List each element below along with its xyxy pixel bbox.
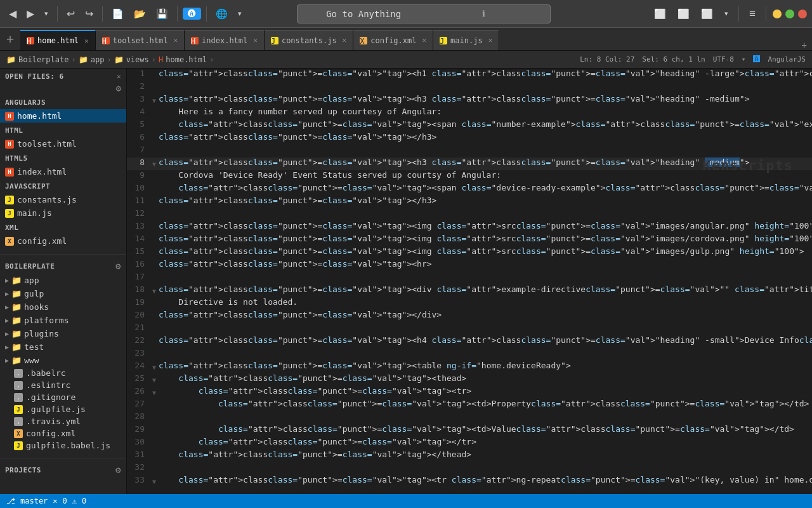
open-folder-button[interactable]: 📂 [130,6,150,22]
tab-toolset-html[interactable]: H toolset.html ✕ [96,30,185,50]
code-line[interactable]: class="attr">classclass="punct">=class="… [156,119,812,132]
code-line[interactable]: Directive is not loaded. [156,297,812,310]
explorer-folder-platforms[interactable]: ▶ 📁 platforms [0,314,126,327]
code-line[interactable]: class="attr">classclass="punct">=class="… [156,234,812,246]
code-line[interactable]: class="attr">classclass="punct">=class="… [156,183,812,196]
explorer-gear-icon[interactable]: ⚙ [115,261,121,271]
code-line[interactable]: class="attr">classclass="punct">=class="… [156,221,812,234]
revert-button[interactable]: ↩ [63,5,79,22]
code-line[interactable]: Here is a fancy number served up courtes… [156,107,812,119]
open-files-close-icon[interactable]: ✕ [117,72,121,81]
code-line[interactable]: class="attr">classclass="punct">=class="… [156,450,812,462]
tab-config-xml[interactable]: X config.xml ✕ [353,30,433,50]
sidebar-item-home-html[interactable]: H home.html [0,109,126,123]
code-line[interactable] [156,145,812,157]
forward-button[interactable]: ▶ [23,5,38,22]
table-row: 13class="attr">classclass="punct">=class… [127,221,812,234]
tab-home-close[interactable]: ✕ [84,37,89,45]
explorer-item-eslintrc[interactable]: . .eslintrc [0,379,126,391]
angularjs-button[interactable]: 🅐 [183,8,201,20]
code-line[interactable] [156,272,812,284]
code-line[interactable]: class="attr">classclass="punct">=class="… [156,259,812,272]
code-line[interactable] [156,81,812,94]
explorer-folder-gulp[interactable]: ▶ 📁 gulp [0,287,126,300]
breadcrumb-views[interactable]: views [126,55,149,64]
goto-bar[interactable]: Go to Anything ℹ [297,4,551,23]
tab-constants-js[interactable]: J constants.js ✕ [265,30,353,50]
code-container[interactable]: Kenscripts 1class="attr">classclass="pun… [127,69,812,494]
sidebar-item-main-js[interactable]: J main.js [0,206,126,220]
projects-gear-icon[interactable]: ⚙ [115,465,121,475]
code-line[interactable]: class="attr">classclass="punct">=class="… [156,310,812,323]
code-line[interactable]: class="attr">classclass="punct">=class="… [156,157,812,170]
explorer-item-gitignore[interactable]: . .gitignore [0,391,126,403]
tab-home-html[interactable]: H home.html ✕ [20,30,96,50]
code-line[interactable]: class="attr">classclass="punct">=class="… [156,196,812,208]
explorer-folder-www[interactable]: ▶ 📁 www [0,354,126,367]
tab-main-js[interactable]: J main.js ✕ [433,30,499,50]
tab-config-close[interactable]: ✕ [422,36,426,44]
tab-main-close[interactable]: ✕ [488,36,493,44]
breadcrumb-home[interactable]: home.html [166,55,207,64]
monitor-btn3[interactable]: ⬜ [697,6,717,22]
tab-new[interactable]: + [0,28,20,50]
minimize-button[interactable] [773,10,782,18]
code-line[interactable]: class="attr">classclass="punct">=class="… [156,437,812,450]
dropdown-button[interactable]: ▾ [41,7,52,20]
sidebar-item-constants-js[interactable]: J constants.js [0,193,126,206]
encoding-dropdown[interactable]: ▾ [742,55,746,64]
git-branch[interactable]: master [20,497,48,505]
tab-constants-close[interactable]: ✕ [343,36,347,44]
open-files-gear-icon[interactable]: ⚙ [116,83,121,93]
code-line[interactable]: class="attr">classclass="punct">=class="… [156,386,812,399]
code-line[interactable] [156,323,812,335]
explorer-folder-hooks[interactable]: ▶ 📁 hooks [0,300,126,314]
code-line[interactable]: class="attr">classclass="punct">=class="… [156,335,812,348]
code-line[interactable]: class="attr">classclass="punct">=class="… [156,69,812,81]
monitor-btn2[interactable]: ⬜ [674,6,693,22]
redo-button[interactable]: ↪ [81,5,97,22]
globe-button[interactable]: 🌐 [212,6,232,22]
explorer-item-travis-yml[interactable]: . .travis.yml [0,415,126,427]
tab-index-close[interactable]: ✕ [253,36,258,44]
breadcrumb-boilerplate[interactable]: Boilerplate [18,55,69,64]
monitor-btn1[interactable]: ⬜ [650,6,670,22]
explorer-folder-app[interactable]: ▶ 📁 app [0,274,126,287]
explorer-item-config-xml[interactable]: X config.xml [0,427,126,439]
close-button[interactable] [798,10,807,18]
code-line[interactable] [156,208,812,221]
new-file-button[interactable]: 📄 [108,6,128,22]
tab-index-html[interactable]: H index.html ✕ [185,30,265,50]
code-line[interactable] [156,462,812,475]
breadcrumb-app[interactable]: app [91,55,105,64]
code-line[interactable] [156,411,812,424]
code-line[interactable] [156,348,812,361]
code-line[interactable]: class="attr">classclass="punct">=class="… [156,132,812,145]
sidebar-item-index-html[interactable]: H index.html [0,165,126,178]
maximize-button[interactable] [785,10,794,18]
explorer-item-gulpfile-js[interactable]: J .gulpfile.js [0,403,126,415]
tabs-more-button[interactable]: + [797,40,812,50]
code-line[interactable]: class="attr">classclass="punct">=class="… [156,399,812,411]
explorer-item-gulpfile-babel[interactable]: J gulpfile.babel.js [0,439,126,451]
explorer-folder-test[interactable]: ▶ 📁 test [0,340,126,354]
tab-toolset-close[interactable]: ✕ [173,36,178,44]
code-line[interactable]: class="attr">classclass="punct">=class="… [156,424,812,437]
code-line[interactable]: class="attr">classclass="punct">=class="… [156,373,812,386]
back-button[interactable]: ◀ [5,5,20,22]
hamburger-menu[interactable]: ≡ [745,5,759,23]
save-button[interactable]: 💾 [152,6,172,22]
code-line[interactable]: class="attr">classclass="punct">=class="… [156,94,812,107]
code-line[interactable]: class="attr">classclass="punct">=class="… [156,284,812,297]
code-line[interactable]: class="attr">classclass="punct">=class="… [156,246,812,259]
monitor-dropdown[interactable]: ▾ [721,7,732,20]
sidebar-item-config-xml[interactable]: X config.xml [0,234,126,248]
explorer-item-babelrc[interactable]: . .babelrc [0,367,126,379]
sidebar-item-toolset-html[interactable]: H toolset.html [0,137,126,150]
code-line[interactable]: Cordova 'Device Ready' Event Status serv… [156,170,812,183]
explorer-folder-plugins[interactable]: ▶ 📁 plugins [0,327,126,340]
globe-dropdown[interactable]: ▾ [234,7,246,20]
language[interactable]: AngularJS [768,55,806,64]
code-line[interactable]: class="attr">classclass="punct">=class="… [156,475,812,488]
code-line[interactable]: class="attr">classclass="punct">=class="… [156,361,812,373]
